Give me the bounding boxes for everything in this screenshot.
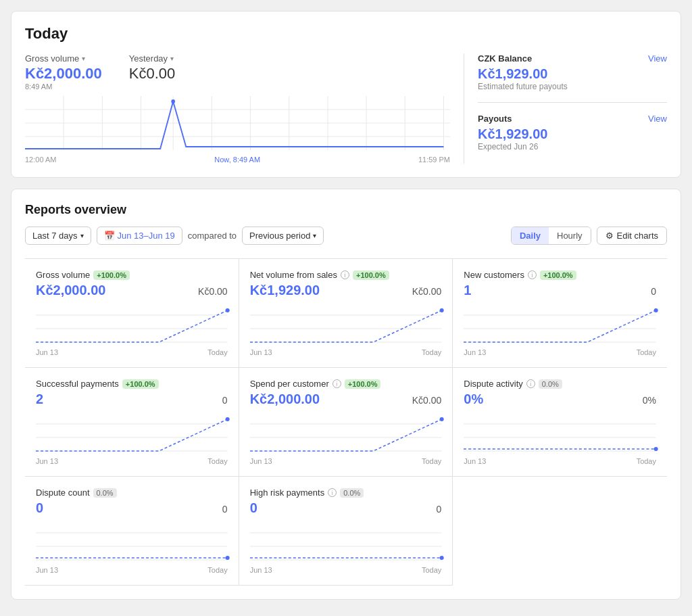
chart-values: 1 0 [464, 283, 656, 298]
primary-value: 0 [36, 500, 43, 516]
change-badge: +100.0% [122, 379, 159, 389]
daily-toggle-button[interactable]: Daily [512, 227, 549, 244]
svg-point-22 [439, 308, 443, 312]
primary-value: 0% [464, 392, 483, 407]
secondary-value: Kč0.00 [412, 395, 442, 406]
chevron-down-icon[interactable]: ▾ [170, 55, 174, 62]
chart-card-title: Net volume from sales i +100.0% [250, 270, 389, 280]
balance-title: CZK Balance [478, 53, 532, 64]
yesterday-value: Kč0.00 [129, 65, 176, 82]
mini-chart-axis: Jun 13 Today [250, 348, 442, 356]
chart-card-title: Dispute count 0.0% [36, 488, 117, 498]
previous-period-button[interactable]: Previous period ▾ [242, 227, 324, 245]
mini-chart [464, 414, 656, 454]
secondary-value: 0 [651, 286, 656, 297]
gross-volume-time: 8:49 AM [25, 82, 102, 91]
today-main-chart [25, 96, 450, 150]
page-container: Today Gross volume ▾ Kč2,000.00 8:49 AM [11, 11, 681, 600]
secondary-value: Kč0.00 [198, 286, 228, 297]
secondary-value: 0 [222, 504, 228, 515]
info-icon[interactable]: i [328, 488, 337, 497]
payouts-section: Payouts View Kč1,929.00 Expected Jun 26 [478, 114, 667, 151]
mini-chart [464, 305, 656, 346]
change-badge: +100.0% [93, 270, 130, 280]
date-range-button[interactable]: 📅 Jun 13–Jun 19 [97, 227, 182, 245]
balance-view-link[interactable]: View [648, 53, 667, 64]
mini-chart-axis: Jun 13 Today [250, 457, 442, 465]
svg-point-30 [226, 417, 230, 421]
info-icon[interactable]: i [341, 270, 349, 279]
secondary-value: 0% [643, 395, 656, 406]
gross-volume-label: Gross volume ▾ [25, 53, 102, 64]
chevron-down-icon[interactable]: ▾ [82, 55, 85, 62]
mini-chart [250, 305, 442, 346]
chart-card: Gross volume +100.0% Kč2,000.00 Kč0.00 J… [25, 259, 239, 368]
mini-chart-axis: Jun 13 Today [464, 348, 656, 356]
yesterday-label: Yesterday ▾ [129, 53, 176, 64]
today-right-panel: CZK Balance View Kč1,929.00 Estimated fu… [464, 53, 667, 164]
change-badge: +100.0% [540, 270, 576, 280]
info-icon[interactable]: i [526, 379, 535, 388]
chart-values: Kč2,000.00 Kč0.00 [250, 392, 442, 407]
balance-section: CZK Balance View Kč1,929.00 Estimated fu… [478, 53, 667, 103]
calendar-icon: 📅 [104, 231, 115, 241]
chart-card-title: New customers i +100.0% [464, 270, 576, 280]
mini-chart-axis: Jun 13 Today [250, 566, 442, 574]
today-card: Today Gross volume ▾ Kč2,000.00 8:49 AM [11, 11, 681, 178]
chart-card: Net volume from sales i +100.0% Kč1,929.… [239, 259, 453, 368]
payouts-header: Payouts View [478, 114, 667, 124]
primary-value: Kč2,000.00 [250, 392, 320, 407]
mini-chart-axis: Jun 13 Today [36, 348, 228, 356]
balance-sub: Estimated future payouts [478, 82, 667, 91]
mini-chart-axis: Jun 13 Today [464, 457, 656, 465]
chart-card-title: Spend per customer i +100.0% [250, 379, 381, 389]
chart-time-axis: 12:00 AM Now, 8:49 AM 11:59 PM [25, 156, 450, 164]
secondary-value: Kč0.00 [412, 286, 442, 297]
chart-values: 0% 0% [464, 392, 656, 407]
chart-values: 0 0 [250, 500, 442, 516]
chart-card-title: Successful payments +100.0% [36, 379, 159, 389]
mini-chart [250, 523, 442, 563]
chevron-down-icon: ▾ [80, 232, 84, 239]
payouts-amount: Kč1,929.00 [478, 126, 667, 142]
primary-value: Kč2,000.00 [36, 283, 105, 298]
hourly-toggle-button[interactable]: Hourly [549, 227, 591, 244]
chart-card: Spend per customer i +100.0% Kč2,000.00 … [239, 368, 453, 477]
chart-card-header: New customers i +100.0% [464, 270, 656, 280]
info-icon[interactable]: i [528, 270, 537, 279]
payouts-title: Payouts [478, 114, 512, 124]
chart-card-title: Gross volume +100.0% [36, 270, 130, 280]
chart-card-title: High risk payments i 0.0% [250, 488, 364, 498]
svg-point-14 [171, 99, 175, 103]
balance-amount: Kč1,929.00 [478, 66, 667, 82]
edit-charts-button[interactable]: ⚙ Edit charts [597, 227, 667, 245]
today-title: Today [25, 25, 667, 43]
secondary-value: 0 [222, 395, 228, 406]
chart-card: Dispute activity i 0.0% 0% 0% Jun 13 Tod… [453, 368, 667, 477]
chart-card-header: Spend per customer i +100.0% [250, 379, 442, 389]
change-badge: +100.0% [353, 270, 389, 280]
secondary-value: 0 [437, 504, 442, 515]
mini-chart [250, 414, 442, 454]
today-metrics: Gross volume ▾ Kč2,000.00 8:49 AM Yester… [25, 53, 450, 91]
reports-card: Reports overview Last 7 days ▾ 📅 Jun 13–… [11, 189, 681, 600]
info-icon[interactable]: i [332, 379, 341, 388]
chart-card: Dispute count 0.0% 0 0 Jun 13 Today [25, 477, 239, 586]
change-badge: 0.0% [539, 379, 562, 389]
balance-header: CZK Balance View [478, 53, 667, 64]
charts-grid: Gross volume +100.0% Kč2,000.00 Kč0.00 J… [25, 258, 667, 586]
primary-value: 2 [36, 392, 43, 407]
chart-values: 2 0 [36, 392, 228, 407]
mini-chart-axis: Jun 13 Today [36, 457, 228, 465]
period-select-button[interactable]: Last 7 days ▾ [25, 227, 91, 245]
mini-chart [36, 305, 228, 346]
change-badge: +100.0% [345, 379, 381, 389]
compared-to-text: compared to [188, 231, 237, 241]
svg-point-38 [654, 447, 658, 451]
payouts-view-link[interactable]: View [648, 114, 667, 124]
gear-icon: ⚙ [606, 231, 614, 241]
yesterday-metric: Yesterday ▾ Kč0.00 [129, 53, 176, 82]
primary-value: 1 [464, 283, 471, 298]
svg-point-42 [226, 556, 230, 560]
mini-chart [36, 523, 228, 563]
